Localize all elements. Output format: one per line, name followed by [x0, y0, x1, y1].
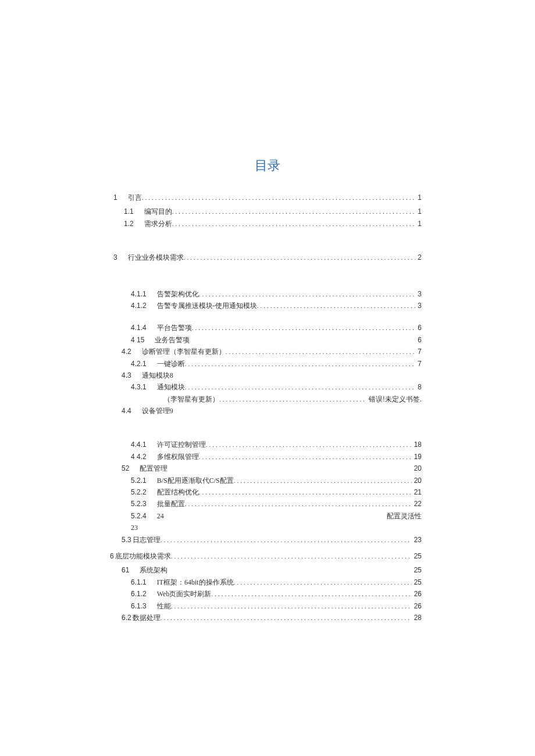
toc-entry: 61系统架构25	[122, 564, 422, 576]
toc-entry: 23	[131, 522, 422, 533]
toc-leader-dots	[171, 551, 412, 562]
toc-entry-label: 许可证控制管理	[157, 439, 206, 450]
toc-entry-label: 业务告警项	[155, 334, 190, 346]
toc-entry: 5.2.1B/S配用逐渐取代C/S配置20	[131, 475, 422, 486]
toc-entry-number: 6.1.1	[131, 576, 157, 588]
toc-entry-label: 系统架构	[140, 564, 167, 576]
toc-entry-number: 3	[113, 252, 128, 263]
toc-entry-label: 通知模块	[157, 381, 185, 393]
toc-entry-label: （李智星有更新）	[163, 393, 219, 405]
toc-entry-page: 19	[412, 451, 422, 463]
toc-entry-number: 4 4.2	[131, 451, 157, 463]
toc-entry-page: 26	[412, 588, 422, 600]
toc-entry-page: 20	[412, 463, 422, 474]
toc-entry-label: 一键诊断	[157, 358, 185, 370]
toc-entry-number: 1.1	[124, 206, 144, 217]
toc-entry: 6.1.2Web页面实时刷新26	[131, 588, 422, 600]
document-page: 目录 1引言11.1编写目的11.2需求分析13行业业务模块需求24.1.1告警…	[0, 0, 535, 624]
toc-entry-page: 错误!未定义书签.	[366, 393, 422, 405]
toc-entry-page: 1	[415, 206, 422, 217]
toc-leader-dots	[199, 452, 412, 463]
toc-entry-page: 2	[415, 252, 422, 263]
toc-gap	[113, 417, 422, 439]
toc-entry-number: 4.4	[122, 405, 142, 417]
toc-entry: 4.4.1许可证控制管理18	[131, 439, 422, 450]
toc-entry-page: 6	[415, 334, 422, 346]
toc-leader-dots	[226, 346, 416, 357]
toc-leader-dots	[171, 601, 412, 612]
toc-leader-dots	[172, 218, 416, 230]
toc-leader-dots	[234, 577, 412, 588]
toc-entry-label: 需求分析	[144, 218, 172, 230]
toc-entry-page: 23	[412, 534, 422, 546]
toc-leader-dots	[185, 382, 416, 393]
toc-entry: 4.3通知模块8	[122, 370, 422, 381]
toc-entry-number: 4.2	[122, 346, 142, 357]
toc-leader-dots	[206, 439, 412, 450]
toc-entry-label: IT框架：64bit的操作系统	[157, 576, 234, 588]
toc-leader-dots	[142, 192, 416, 203]
toc-gap	[113, 311, 422, 322]
toc-entry-number: 4.1.1	[131, 288, 157, 300]
toc-entry-page: 20	[412, 475, 422, 486]
toc-entry-number: 4.3.1	[131, 381, 157, 393]
toc-entry: 5.2.424配置灵活性	[131, 510, 422, 522]
toc-entry-page: 6	[415, 322, 422, 334]
toc-entry-label: 行业业务模块需求	[128, 252, 184, 263]
toc-leader-dots	[184, 252, 416, 263]
toc-leader-dots	[257, 300, 416, 311]
toc-entry-label: 24	[157, 510, 164, 522]
toc-entry-label: 配置管理	[140, 463, 167, 474]
toc-leader-dots	[160, 612, 412, 624]
toc-entry-number: 52	[122, 463, 140, 474]
toc-entry-number: 1	[113, 192, 128, 203]
toc-entry-number: 6.1.3	[131, 600, 157, 612]
toc-entry-label: 通知模块8	[142, 370, 173, 381]
toc-entry-label: 设备管理9	[142, 405, 173, 417]
toc-entry: 52配置管理20	[122, 463, 422, 474]
toc-entry: 4 4.2多维权限管理19	[131, 451, 422, 463]
toc-entry-label: 性能	[157, 600, 171, 612]
toc-entry: 6底层功能模块需求25	[110, 550, 422, 562]
toc-entry: 1.2需求分析1	[124, 218, 422, 230]
toc-entry: 4.1.4平台告警项6	[131, 322, 422, 334]
toc-entry: 1引言1	[113, 192, 422, 203]
toc-entry-page: 配置灵活性	[384, 510, 422, 522]
toc-entry-page: 3	[415, 288, 422, 300]
toc-entry-page: 7	[415, 346, 422, 357]
toc-entry-number: 4.1.2	[131, 300, 157, 311]
toc-entry-number: 61	[122, 564, 140, 576]
toc-entry: 5.3日志管理23	[122, 534, 422, 546]
toc-leader-dots	[185, 499, 412, 510]
toc-entry-number: 4.3	[122, 370, 142, 381]
toc-entry-label: 诊断管理（李智星有更新）	[142, 346, 226, 357]
toc-leader-dots	[172, 206, 416, 217]
toc-entry-number: 5.2.2	[131, 486, 157, 498]
toc-entry: 6.1.1IT框架：64bit的操作系统25	[131, 576, 422, 588]
toc-leader-dots	[211, 589, 411, 600]
toc-entry-label: 配置结构优化	[157, 486, 199, 498]
toc-entry-label: B/S配用逐渐取代C/S配置	[157, 475, 234, 486]
toc-entry-number: 5.2.3	[131, 498, 157, 510]
toc-entry-number: 5.3	[122, 534, 133, 546]
toc-entry-page: 25	[412, 564, 422, 576]
toc-entry: 4.2诊断管理（李智星有更新）7	[122, 346, 422, 357]
toc-entry: 4 15业务告警项6	[131, 334, 422, 346]
toc-entry-page: 8	[415, 381, 422, 393]
toc-entry: 5.2.3批量配置22	[131, 498, 422, 510]
toc-entry-page: 21	[412, 486, 422, 498]
toc-entry-number: 4 15	[131, 334, 155, 346]
table-of-contents: 1引言11.1编写目的11.2需求分析13行业业务模块需求24.1.1告警架构优…	[113, 192, 422, 624]
toc-entry: 6.2数据处理28	[122, 612, 422, 624]
toc-leader-dots	[199, 289, 416, 300]
toc-entry-label: 日志管理	[133, 534, 160, 546]
toc-entry: 5.2.2配置结构优化21	[131, 486, 422, 498]
toc-entry-label: 编写目的	[144, 206, 172, 217]
toc-entry-label: 23	[131, 522, 138, 533]
toc-entry-page: 18	[412, 439, 422, 450]
toc-entry: 3行业业务模块需求2	[113, 252, 422, 263]
toc-entry-page: 28	[412, 612, 422, 624]
toc-entry-label: 数据处理	[133, 612, 160, 624]
toc-entry-page: 25	[412, 576, 422, 588]
toc-entry-label: 批量配置	[157, 498, 185, 510]
